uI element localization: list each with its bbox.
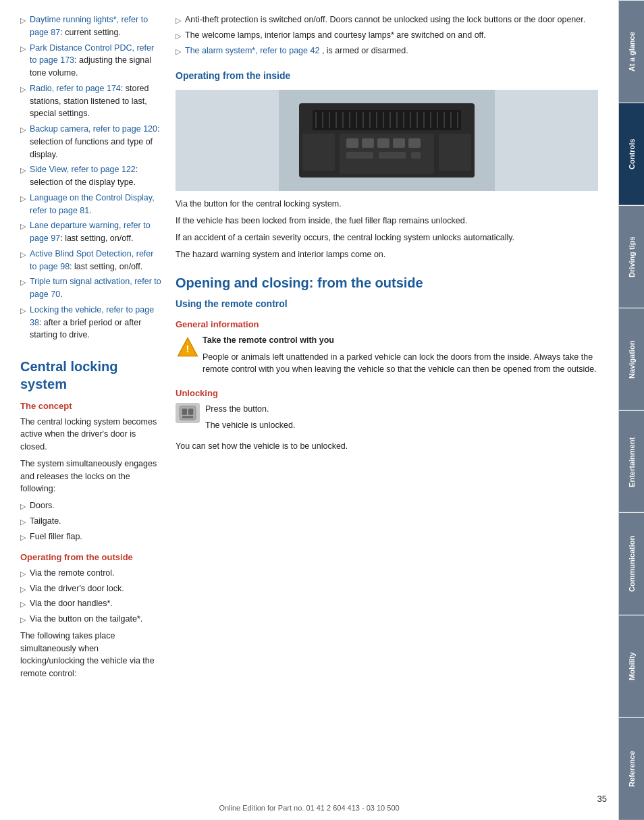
link-text[interactable]: Language on the Control Display, refer t… (30, 193, 155, 215)
car-interior-image (176, 90, 598, 191)
unlocking-para2: The vehicle is unlocked. (205, 419, 295, 432)
bullet-label: The welcome lamps, interior lamps and co… (185, 29, 486, 42)
bullet-label: Tailgate. (30, 515, 61, 528)
bullet-label: Via the door handles*. (30, 597, 113, 610)
concept-para1: The central locking system becomes activ… (20, 416, 162, 454)
bullet-icon: ▷ (176, 46, 181, 57)
warning-title: Take the remote control with you (203, 334, 598, 347)
general-info-heading: General information (176, 318, 598, 331)
sidebar-tab-driving-tips[interactable]: Driving tips (619, 205, 644, 308)
bullet-icon: ▷ (20, 15, 26, 26)
inside-para1: Via the button for the central locking s… (176, 198, 598, 211)
list-item: ▷ Via the button on the tailgate*. (20, 613, 162, 626)
list-item: ▷ Lane departure warning, refer to page … (20, 219, 162, 245)
operating-outside-section: Operating from the outside ▷ Via the rem… (20, 551, 162, 680)
opening-closing-heading: Opening and closing: from the outside (176, 274, 598, 292)
bullet-icon: ▷ (20, 249, 26, 261)
bullet-icon: ▷ (20, 84, 26, 95)
svg-rect-27 (362, 138, 374, 148)
right-column: ▷ Anti-theft protection is switched on/o… (176, 13, 598, 807)
bullet-label: Via the button on the tailgate*. (30, 613, 142, 626)
using-remote-heading: Using the remote control (176, 297, 598, 311)
footer-text: Online Edition for Part no. 01 41 2 604 … (219, 804, 399, 812)
bullet-list-top: ▷ Daytime running lights*, refer to page… (20, 13, 162, 341)
svg-rect-41 (182, 416, 194, 418)
svg-rect-39 (182, 408, 187, 414)
unlocking-para3: You can set how the vehicle is to be unl… (176, 440, 598, 453)
bullet-icon: ▷ (20, 305, 26, 317)
link-text[interactable]: Triple turn signal activation, refer to … (30, 277, 161, 299)
bullet-icon: ▷ (20, 614, 26, 626)
inside-para2: If the vehicle has been locked from insi… (176, 215, 598, 227)
operating-inside-section: Operating from the inside (176, 69, 598, 261)
bullet-icon: ▷ (176, 15, 181, 26)
outside-para: The following takes place simultaneously… (20, 630, 162, 680)
svg-rect-33 (411, 152, 421, 159)
bullet-icon: ▷ (20, 516, 26, 528)
link-text[interactable]: Radio, refer to page 174 (30, 84, 121, 93)
list-item: ▷ Via the door handles*. (20, 597, 162, 610)
list-item: ▷ Backup camera, refer to page 120: sele… (20, 123, 162, 161)
svg-rect-31 (346, 152, 373, 159)
list-item: ▷ Active Blind Spot Detection, refer to … (20, 248, 162, 273)
svg-rect-30 (408, 138, 421, 148)
bullet-icon: ▷ (20, 193, 26, 204)
inside-para3: If an accident of a certain severity occ… (176, 231, 598, 244)
left-column: ▷ Daytime running lights*, refer to page… (20, 13, 176, 807)
bullet-icon: ▷ (20, 501, 26, 512)
svg-rect-34 (302, 134, 335, 171)
sidebar-tab-controls[interactable]: Controls (619, 103, 644, 205)
sidebar-tab-reference[interactable]: Reference (619, 717, 644, 820)
svg-rect-2 (313, 110, 461, 130)
list-item: ▷ Fuel filler flap. (20, 530, 162, 543)
bullet-label: Anti-theft protection is switched on/off… (185, 13, 585, 26)
svg-rect-32 (379, 152, 406, 159)
sidebar-tab-mobility[interactable]: Mobility (619, 615, 644, 717)
bullet-icon: ▷ (20, 568, 26, 580)
list-item: ▷ Anti-theft protection is switched on/o… (176, 13, 598, 26)
unlocking-heading: Unlocking (176, 387, 598, 400)
list-item: ▷ Language on the Control Display, refer… (20, 192, 162, 217)
unlock-button-icon (176, 403, 200, 423)
bullet-icon: ▷ (20, 599, 26, 610)
bullet-label: Via the driver's door lock. (30, 582, 124, 595)
sidebar-tab-navigation[interactable]: Navigation (619, 308, 644, 410)
bullet-label: Doors. (30, 499, 55, 512)
unlock-icon-box: Press the button. The vehicle is unlocke… (176, 403, 598, 437)
bullet-label: Via the remote control. (30, 567, 115, 580)
link-text[interactable]: Backup camera, refer to page 120 (30, 124, 157, 134)
bullet-icon: ▷ (20, 43, 26, 55)
list-item: ▷ The welcome lamps, interior lamps and … (176, 29, 598, 42)
link-text[interactable]: Side View, refer to page 122 (30, 165, 136, 174)
warning-text: People or animals left unattended in a p… (203, 351, 598, 377)
svg-rect-40 (188, 408, 193, 414)
bullet-icon: ▷ (176, 30, 181, 42)
link-text[interactable]: The alarm system*, refer to page 42 (185, 46, 319, 55)
sidebar-tab-communication[interactable]: Communication (619, 512, 644, 615)
list-item: ▷ Tailgate. (20, 515, 162, 528)
svg-rect-28 (377, 138, 390, 148)
list-item: ▷ Via the driver's door lock. (20, 582, 162, 595)
svg-rect-35 (439, 134, 471, 171)
warning-box: ! Take the remote control with you Peopl… (176, 334, 598, 380)
bullet-icon: ▷ (20, 165, 26, 176)
svg-rect-29 (393, 138, 405, 148)
right-sidebar: At a glance Controls Driving tips Naviga… (618, 0, 644, 820)
list-item: ▷ The alarm system*, refer to page 42 , … (176, 45, 598, 57)
bullet-icon: ▷ (20, 124, 26, 136)
opening-closing-section: Opening and closing: from the outside Us… (176, 274, 598, 453)
sidebar-tab-entertainment[interactable]: Entertainment (619, 410, 644, 513)
right-bullets-top: ▷ Anti-theft protection is switched on/o… (176, 13, 598, 57)
central-locking-heading: Central locking system (20, 358, 162, 393)
bullet-icon: ▷ (20, 277, 26, 288)
page-number: 35 (597, 794, 607, 804)
inside-para4: The hazard warning system and interior l… (176, 248, 598, 261)
list-item: ▷ Triple turn signal activation, refer t… (20, 275, 162, 301)
central-locking-section: Central locking system The concept The c… (20, 358, 162, 543)
list-item: ▷ Radio, refer to page 174: stored stati… (20, 82, 162, 120)
list-item: ▷ Via the remote control. (20, 567, 162, 580)
bullet-label: Fuel filler flap. (30, 530, 82, 543)
sidebar-tab-at-a-glance[interactable]: At a glance (619, 0, 644, 103)
concept-para2: The system simultaneously engages and re… (20, 458, 162, 495)
list-item: ▷ Park Distance Control PDC, refer to pa… (20, 42, 162, 80)
